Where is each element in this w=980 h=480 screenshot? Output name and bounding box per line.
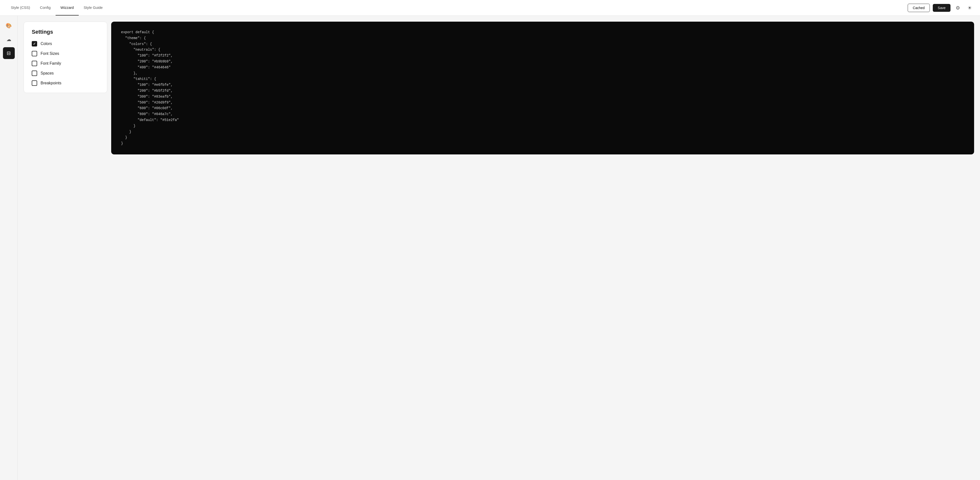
nav-tab-wizzard[interactable]: Wizzard [56,0,79,16]
settings-label-colors: Colors [41,41,52,46]
sidebar-icons: 🎨☁⊟ [0,16,18,480]
settings-item-font-family[interactable]: Font Family [32,61,99,66]
settings-items: ColorsFont SizesFont FamilySpacesBreakpo… [32,41,99,86]
settings-item-breakpoints[interactable]: Breakpoints [32,80,99,86]
settings-label-spaces: Spaces [41,71,54,75]
nav-tab-config[interactable]: Config [35,0,55,16]
settings-label-font-sizes: Font Sizes [41,51,59,56]
code-panel: export default { "theme": { "colors": { … [111,22,974,154]
checkbox-spaces[interactable] [32,71,37,76]
save-button[interactable]: Save [933,4,950,12]
settings-icon-button[interactable]: ⚙ [953,3,962,12]
app-body: 🎨☁⊟ Settings ColorsFont SizesFont Family… [0,16,980,480]
settings-item-spaces[interactable]: Spaces [32,71,99,76]
header: Style (CSS)ConfigWizzardStyle Guide Cach… [0,0,980,16]
settings-label-font-family: Font Family [41,61,61,66]
sidebar-icon-sliders[interactable]: ⊟ [3,47,15,59]
theme-toggle-button[interactable]: ☀ [965,3,974,12]
settings-label-breakpoints: Breakpoints [41,81,62,85]
sidebar-icon-palette[interactable]: 🎨 [3,20,15,32]
panels-wrapper: Settings ColorsFont SizesFont FamilySpac… [24,22,974,474]
checkbox-font-family[interactable] [32,61,37,66]
cached-button[interactable]: Cached [908,4,930,12]
checkbox-breakpoints[interactable] [32,80,37,86]
settings-panel: Settings ColorsFont SizesFont FamilySpac… [24,22,107,93]
settings-item-colors[interactable]: Colors [32,41,99,46]
sidebar-icon-upload[interactable]: ☁ [3,33,15,45]
settings-item-font-sizes[interactable]: Font Sizes [32,51,99,56]
nav-tab-style-css[interactable]: Style (CSS) [6,0,35,16]
header-actions: Cached Save ⚙ ☀ [908,3,974,12]
nav-tab-style-guide[interactable]: Style Guide [79,0,108,16]
checkbox-colors[interactable] [32,41,37,46]
code-content: export default { "theme": { "colors": { … [121,30,964,146]
nav-tabs: Style (CSS)ConfigWizzardStyle Guide [6,0,108,16]
settings-title: Settings [32,29,99,35]
main-content: Settings ColorsFont SizesFont FamilySpac… [18,16,980,480]
checkbox-font-sizes[interactable] [32,51,37,56]
